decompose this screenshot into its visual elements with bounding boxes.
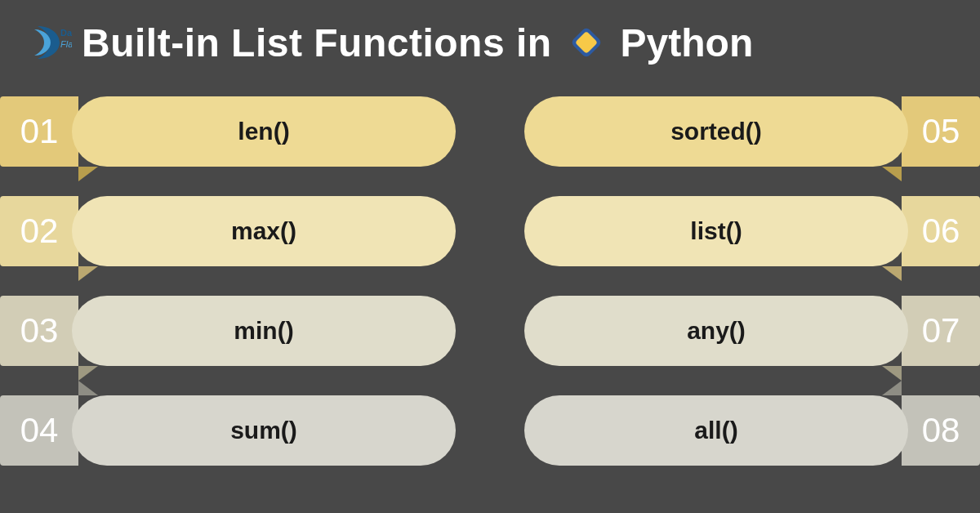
num-01: 01 — [0, 96, 78, 167]
fold-icon — [882, 366, 902, 381]
header: Data Flair Built-in List Functions in Py… — [0, 0, 980, 82]
fold-icon — [78, 366, 98, 381]
func-item-06: 06 list() — [524, 196, 980, 266]
func-label-list: list() — [524, 196, 908, 266]
dataflair-logo: Data Flair — [23, 18, 72, 67]
func-label-min: min() — [72, 296, 456, 366]
fold-icon — [78, 167, 98, 181]
func-label-sum: sum() — [72, 395, 456, 466]
func-label-sorted: sorted() — [524, 96, 908, 167]
func-item-08: 08 all() — [524, 395, 980, 466]
func-item-01: 01 len() — [0, 96, 456, 167]
num-03: 03 — [0, 296, 78, 366]
num-02: 02 — [0, 196, 78, 266]
func-item-02: 02 max() — [0, 196, 456, 266]
brand-text-bottom: Flair — [60, 39, 72, 49]
num-05: 05 — [902, 96, 980, 167]
num-07: 07 — [902, 296, 980, 366]
fold-icon — [78, 266, 98, 281]
num-08: 08 — [902, 395, 980, 466]
fold-icon — [78, 381, 98, 395]
func-label-len: len() — [72, 96, 456, 167]
func-label-max: max() — [72, 196, 456, 266]
brand-text-top: Data — [60, 28, 72, 38]
functions-grid: 01 len() 02 max() 03 min() 04 sum() 05 s… — [0, 82, 980, 490]
page-title-part2: Python — [621, 20, 754, 65]
svg-rect-1 — [574, 31, 597, 54]
page-title-part1: Built-in List Functions in — [82, 20, 552, 65]
func-label-all: all() — [524, 395, 908, 466]
num-04: 04 — [0, 395, 78, 466]
num-06: 06 — [902, 196, 980, 266]
fold-icon — [882, 381, 902, 395]
python-icon — [567, 23, 606, 62]
func-item-03: 03 min() — [0, 296, 456, 366]
func-label-any: any() — [524, 296, 908, 366]
func-item-04: 04 sum() — [0, 395, 456, 466]
func-item-07: 07 any() — [524, 296, 980, 366]
fold-icon — [882, 167, 902, 181]
func-item-05: 05 sorted() — [524, 96, 980, 167]
fold-icon — [882, 266, 902, 281]
